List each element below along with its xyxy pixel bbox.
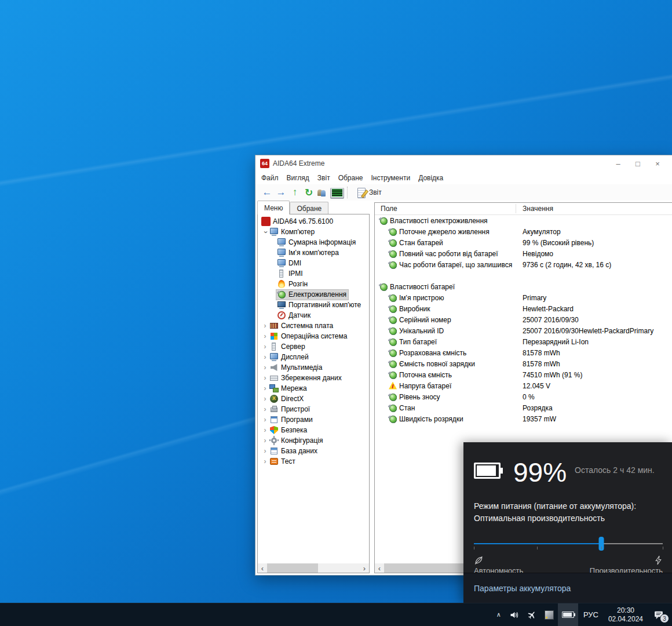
- refresh-icon[interactable]: ↻: [302, 186, 316, 199]
- tree-item-box[interactable]: Безпека: [269, 425, 309, 435]
- tree-item-box[interactable]: Збереження даних: [269, 373, 344, 383]
- field-row[interactable]: Ім'я пристроюPrimary: [375, 292, 672, 303]
- field-row[interactable]: Унікальний ID25007 2016/09/30Hewlett-Pac…: [375, 325, 672, 336]
- field-row[interactable]: Рівень зносу0 %: [375, 391, 672, 402]
- action-center-icon[interactable]: 3: [648, 603, 672, 626]
- tree-item[interactable]: Конфігурація: [258, 435, 369, 446]
- tree-item-box[interactable]: Сумарна інформація: [276, 238, 357, 248]
- tree-item-box[interactable]: Комп'ютер: [269, 227, 316, 237]
- scroll-right-icon[interactable]: ›: [360, 563, 369, 573]
- tree-item[interactable]: Дисплей: [258, 352, 369, 362]
- chevron-collapsed-icon[interactable]: [261, 447, 269, 455]
- tree-item-box[interactable]: Мережа: [269, 384, 309, 394]
- maximize-button[interactable]: □: [628, 156, 648, 171]
- tree-item-box[interactable]: Електроживлення: [276, 290, 348, 300]
- menu-item[interactable]: Обране: [334, 174, 367, 182]
- chevron-collapsed-icon[interactable]: [261, 427, 269, 434]
- tree-item-box[interactable]: Системна плата: [269, 321, 335, 331]
- tree-item[interactable]: Датчик: [258, 310, 369, 321]
- language-indicator[interactable]: РУС: [578, 610, 604, 619]
- tree-item-box[interactable]: Програми: [269, 415, 315, 425]
- back-icon[interactable]: ←: [260, 186, 274, 199]
- slider-track[interactable]: [474, 543, 663, 544]
- field-row[interactable]: ВиробникHewlett-Packard: [375, 303, 672, 314]
- chevron-collapsed-icon[interactable]: [261, 437, 269, 445]
- tree-item[interactable]: Мультимедіа: [258, 362, 369, 373]
- chevron-collapsed-icon[interactable]: [261, 364, 269, 372]
- tree-item[interactable]: IPMI: [258, 268, 369, 279]
- field-row[interactable]: Розрахована ємність81578 mWh: [375, 347, 672, 358]
- chevron-collapsed-icon[interactable]: [261, 354, 269, 361]
- tree-item[interactable]: Тест: [258, 456, 369, 467]
- battery-settings-link[interactable]: Параметры аккумулятора: [474, 584, 571, 593]
- chevron-collapsed-icon[interactable]: [261, 343, 269, 351]
- tray-app-icon[interactable]: [540, 603, 558, 626]
- tree-item[interactable]: AIDA64 v6.75.6100: [258, 216, 369, 227]
- field-row[interactable]: Поточне джерело живленняАкумулятор: [375, 226, 672, 237]
- tree-item-box[interactable]: DirectX: [269, 394, 305, 404]
- tree-item-box[interactable]: Портативний комп'юте: [276, 300, 363, 310]
- field-row[interactable]: Поточна ємність74510 mWh (91 %): [375, 369, 672, 380]
- tree-item[interactable]: Операційна система: [258, 331, 369, 341]
- tree-item[interactable]: Пристрої: [258, 404, 369, 414]
- tree-item-box[interactable]: Ім'я комп'ютера: [276, 248, 341, 258]
- field-row[interactable]: СтанРозрядка: [375, 402, 672, 413]
- menu-item[interactable]: Файл: [257, 174, 283, 182]
- power-mode-slider[interactable]: [474, 537, 663, 552]
- field-row[interactable]: Повний час роботи від батареїНевідомо: [375, 248, 672, 259]
- tree-item-box[interactable]: Пристрої: [269, 405, 312, 414]
- tree-item[interactable]: Ім'я комп'ютера: [258, 248, 369, 258]
- tree-item[interactable]: Системна плата: [258, 321, 369, 331]
- chevron-collapsed-icon[interactable]: [261, 385, 269, 392]
- tree-item[interactable]: Портативний комп'юте: [258, 300, 369, 310]
- tree-item[interactable]: База даних: [258, 446, 369, 456]
- chevron-collapsed-icon[interactable]: [261, 406, 269, 413]
- tree-item-box[interactable]: Сервер: [269, 342, 307, 352]
- group-row[interactable]: Властивості електроживлення: [375, 215, 672, 226]
- tab-menu[interactable]: Меню: [257, 201, 290, 214]
- pane-splitter[interactable]: [370, 201, 374, 573]
- tree-item[interactable]: Електроживлення: [258, 289, 369, 300]
- menu-item[interactable]: Інструменти: [367, 174, 415, 182]
- airplane-mode-icon[interactable]: [523, 603, 540, 626]
- menu-item[interactable]: Звіт: [313, 174, 334, 182]
- tree-item-box[interactable]: Тест: [269, 457, 297, 467]
- chevron-collapsed-icon[interactable]: [261, 458, 269, 465]
- column-divider[interactable]: [516, 204, 516, 213]
- chevron-collapsed-icon[interactable]: [261, 416, 269, 424]
- tree-item-box[interactable]: AIDA64 v6.75.6100: [261, 217, 335, 227]
- minimize-button[interactable]: –: [608, 156, 628, 171]
- tree-item[interactable]: Сумарна інформація: [258, 237, 369, 248]
- tree-item[interactable]: Мережа: [258, 383, 369, 394]
- chevron-collapsed-icon[interactable]: [261, 395, 269, 403]
- chevron-collapsed-icon[interactable]: [261, 333, 269, 340]
- users-icon[interactable]: [316, 186, 330, 199]
- up-icon[interactable]: ↑: [288, 186, 302, 199]
- tree-item-box[interactable]: Конфігурація: [269, 436, 324, 446]
- tree-hscrollbar[interactable]: ‹ ›: [258, 563, 369, 573]
- tree-item-box[interactable]: Мультимедіа: [269, 363, 324, 373]
- tree-item-box[interactable]: Розгін: [276, 279, 309, 289]
- tree-item[interactable]: Розгін: [258, 279, 369, 289]
- field-row[interactable]: Стан батарей99 % (Високий рівень): [375, 237, 672, 248]
- column-header-value[interactable]: Значення: [523, 205, 553, 213]
- tree-item-box[interactable]: Датчик: [276, 311, 312, 321]
- scroll-thumb[interactable]: [267, 563, 318, 573]
- group-row[interactable]: Властивості батареї: [375, 281, 672, 292]
- tree-item[interactable]: Програми: [258, 414, 369, 425]
- tree-item-box[interactable]: IPMI: [276, 269, 305, 279]
- chevron-expanded-icon[interactable]: [261, 228, 269, 236]
- fields-header[interactable]: Поле Значення: [375, 203, 672, 215]
- tab-favorites[interactable]: Обране: [290, 202, 328, 214]
- scroll-left-icon[interactable]: ‹: [375, 563, 384, 573]
- field-row[interactable]: Серійний номер25007 2016/09/30: [375, 314, 672, 325]
- hidden-icons-chevron-icon[interactable]: ∧: [492, 603, 505, 626]
- field-row[interactable]: Тип батареїПерезарядний Li-Ion: [375, 336, 672, 347]
- tree-item[interactable]: Сервер: [258, 341, 369, 352]
- chevron-collapsed-icon[interactable]: [261, 322, 269, 330]
- scroll-left-icon[interactable]: ‹: [258, 563, 267, 573]
- tree-item-box[interactable]: Дисплей: [269, 352, 311, 362]
- menu-item[interactable]: Вигляд: [283, 174, 313, 182]
- tree-item[interactable]: Безпека: [258, 425, 369, 435]
- close-button[interactable]: ×: [648, 156, 667, 171]
